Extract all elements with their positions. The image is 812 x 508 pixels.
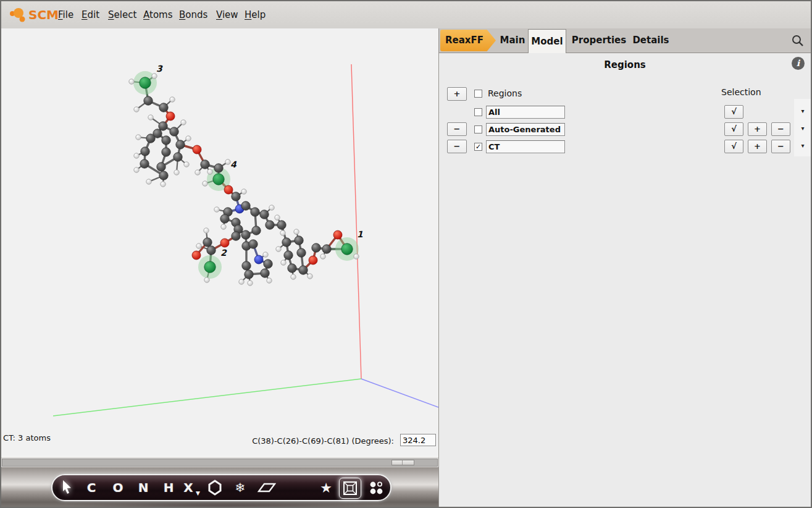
atom-H[interactable] [195,170,200,175]
atom-C[interactable] [252,226,261,235]
atom-H[interactable] [129,79,134,84]
region-ct-select-button[interactable]: √ [724,140,743,153]
atom-C[interactable] [174,153,182,161]
atom-H[interactable] [170,97,175,102]
atom-Cl[interactable] [204,261,216,273]
atom-C[interactable] [251,208,259,216]
atom-O[interactable] [333,231,342,239]
atom-C[interactable] [157,163,165,171]
atom-H[interactable] [291,274,296,279]
atom-C[interactable] [162,148,170,156]
atom-C[interactable] [297,248,306,257]
atom-H[interactable] [275,215,280,220]
region-auto-add-selection-button[interactable]: + [748,122,767,136]
scrollbar-track[interactable] [2,459,438,467]
scrollbar-thumb[interactable] [391,460,414,465]
menu-bonds[interactable]: Bonds [179,1,207,28]
atom-C[interactable] [140,159,149,168]
atom-H[interactable] [281,260,286,265]
region-ct-dropdown[interactable]: ▾ [798,142,807,149]
atom-C[interactable] [299,266,308,274]
freeze-tool-icon[interactable]: ❄ [235,475,246,500]
atom-O[interactable] [166,112,175,121]
atom-H[interactable] [269,205,274,210]
atom-O[interactable] [193,145,201,154]
atom-C[interactable] [295,236,303,245]
box-tool-icon[interactable] [342,480,358,496]
region-ct-checkbox[interactable]: ✓ [474,143,482,151]
horizontal-scrollbar[interactable] [1,456,438,468]
atom-H[interactable] [354,254,359,259]
region-auto-checkbox[interactable] [474,125,482,133]
menu-atoms[interactable]: Atoms [143,1,173,28]
atom-C[interactable] [282,238,291,247]
atom-C[interactable] [277,221,286,229]
atom-Cl[interactable] [140,77,151,88]
info-icon[interactable]: i [792,57,805,70]
atom-C[interactable] [288,264,296,273]
atom-C[interactable] [201,160,209,169]
atom-C[interactable] [176,140,185,149]
region-auto-remove-selection-button[interactable]: − [771,122,790,136]
atom-H[interactable] [241,189,246,194]
atom-H[interactable] [181,120,186,125]
atom-C[interactable] [159,122,167,130]
atom-C[interactable] [242,261,251,270]
star-tool-icon[interactable]: ★ [320,475,332,500]
atom-H[interactable] [146,179,151,184]
tab-main[interactable]: Main [497,28,528,53]
atom-H[interactable] [263,252,268,257]
molecule-viewport[interactable]: 3421 [1,28,438,456]
pointer-tool-icon[interactable] [61,475,73,500]
atom-C[interactable] [214,164,223,172]
atom-C[interactable] [232,192,240,201]
carbon-tool[interactable]: C [87,475,96,500]
region-ct-remove-selection-button[interactable]: − [771,140,790,153]
atom-C[interactable] [241,231,250,239]
atom-O[interactable] [192,251,201,260]
menu-select[interactable]: Select [108,1,136,28]
atom-C[interactable] [141,147,149,156]
tab-properties[interactable]: Properties [570,28,628,53]
atom-C[interactable] [162,136,170,145]
atom-C[interactable] [159,103,168,112]
hydrogen-tool[interactable]: H [164,475,174,500]
dots-display-tool-icon[interactable] [368,475,384,500]
atom-C[interactable] [220,214,229,223]
atom-H[interactable] [280,231,285,235]
atom-C[interactable] [207,246,216,255]
region-ct-name-field[interactable] [486,140,565,153]
remove-region-auto-button[interactable]: − [447,122,467,136]
atom-H[interactable] [214,207,219,212]
tab-reaxff[interactable]: ReaxFF [440,30,496,51]
box-tool-active-highlight[interactable] [339,478,361,499]
atom-C[interactable] [144,96,153,105]
tab-details[interactable]: Details [632,28,670,53]
atom-H[interactable] [267,278,272,283]
atom-H[interactable] [152,74,157,78]
atom-H[interactable] [186,136,191,141]
atom-H[interactable] [207,169,212,174]
atom-H[interactable] [174,170,179,175]
atom-C[interactable] [264,260,272,268]
atom-C[interactable] [245,270,253,279]
atom-C[interactable] [266,221,274,229]
atom-H[interactable] [294,229,299,234]
dihedral-value-input[interactable] [400,434,436,446]
atom-H[interactable] [308,274,312,279]
atom-C[interactable] [203,238,212,247]
atom-N[interactable] [254,255,263,264]
atom-H[interactable] [204,228,209,233]
region-all-dropdown[interactable]: ▾ [798,108,807,114]
region-all-checkbox[interactable] [474,108,482,116]
region-auto-dropdown[interactable]: ▾ [798,125,807,132]
element-x-dropdown-caret[interactable]: ▼ [196,490,200,496]
atom-C[interactable] [159,171,168,180]
atom-C[interactable] [146,134,155,143]
atom-H[interactable] [134,153,139,158]
add-region-button[interactable]: + [447,87,467,101]
atom-C[interactable] [261,269,269,277]
search-icon[interactable] [791,34,805,48]
region-auto-select-button[interactable]: √ [724,122,743,136]
region-auto-name-field[interactable] [486,123,565,136]
